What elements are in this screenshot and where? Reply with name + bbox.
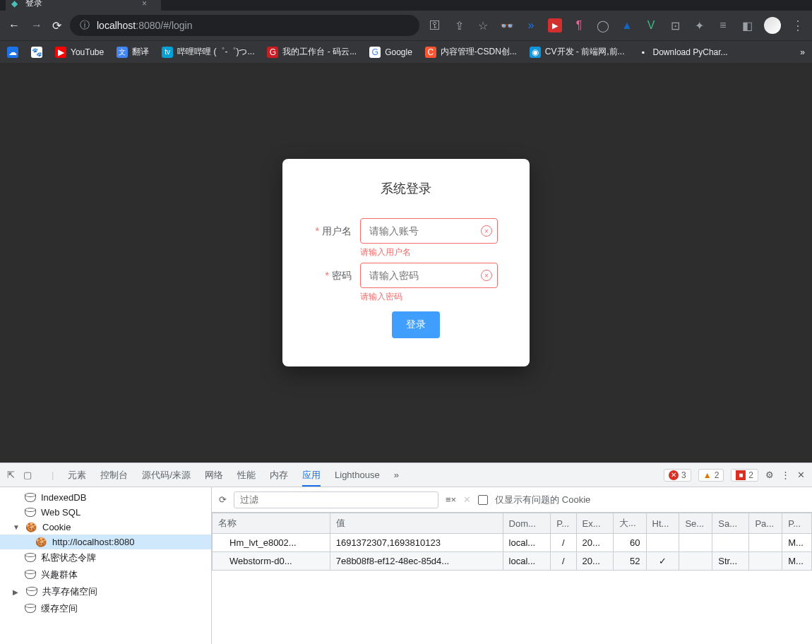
th-same[interactable]: Sa... (712, 513, 749, 534)
close-icon[interactable]: × (142, 0, 147, 8)
url-bar[interactable]: ⓘ localhost:8080/#/login (70, 15, 419, 36)
only-issues-checkbox[interactable] (478, 495, 488, 505)
browser-tab[interactable]: ◆ 登录 × (6, 0, 161, 11)
ext-icon-8[interactable]: ⊡ (668, 18, 682, 32)
ext-icon-7[interactable]: V (644, 18, 658, 32)
tab-lighthouse[interactable]: Lighthouse (335, 465, 380, 485)
bookmark-item[interactable]: ◉CV开发 - 前端网,前... (530, 46, 625, 58)
key-icon[interactable]: ⚿ (428, 18, 442, 32)
cookie-toolbar: ⟳ ≡× ✕ 仅显示有问题的 Cookie (212, 487, 812, 513)
close-icon[interactable]: ✕ (797, 470, 805, 480)
bookmark-item[interactable]: tv哔哩哔哩 (゜-゜)つ... (162, 46, 254, 58)
tab-console[interactable]: 控制台 (100, 464, 128, 487)
th-http[interactable]: Ht... (646, 513, 679, 534)
error-badge[interactable]: ✕3 (664, 469, 691, 482)
login-button[interactable]: 登录 (392, 311, 440, 338)
sidebar-item-cookie[interactable]: ▼🍪Cookie (0, 520, 211, 535)
tab-performance[interactable]: 性能 (237, 464, 256, 487)
tab-network[interactable]: 网络 (205, 464, 223, 487)
th-secure[interactable]: Se... (679, 513, 712, 534)
username-error: 请输入用户名 (360, 246, 508, 258)
menu-icon[interactable]: ⋮ (791, 18, 805, 32)
ext-icon-10[interactable]: ◧ (740, 18, 754, 32)
th-part[interactable]: Pa... (749, 513, 782, 534)
sidebar-item-private[interactable]: 私密状态令牌 (0, 549, 211, 566)
ext-icon-1[interactable]: 👓 (500, 18, 514, 32)
sidebar-item-cache[interactable]: 缓存空间 (0, 600, 211, 617)
th-size[interactable]: 大... (613, 513, 646, 534)
site-info-icon[interactable]: ⓘ (80, 19, 90, 32)
profile-avatar[interactable] (764, 17, 781, 34)
table-row[interactable]: Webstorm-d0...7e8b08f8-ef12-48ec-85d4...… (213, 552, 812, 571)
bookmark-item[interactable]: 文翻译 (117, 46, 149, 58)
bookmark-item[interactable]: C内容管理-CSDN创... (425, 46, 517, 58)
chevron-right-icon: ▶ (13, 588, 20, 596)
ext-icon-5[interactable]: ◯ (596, 18, 610, 32)
table-row[interactable]: Hm_lvt_e8002...1691372307,1693810123loca… (213, 534, 812, 552)
sidebar-item-interest[interactable]: 兴趣群体 (0, 566, 211, 583)
sidebar-item-websql[interactable]: Web SQL (0, 505, 211, 520)
password-error: 请输入密码 (360, 291, 508, 303)
forward-button[interactable]: → (30, 19, 44, 32)
warning-badge[interactable]: ▲2 (698, 469, 724, 482)
reload-button[interactable]: ⟳ (52, 19, 61, 32)
clear-icon[interactable]: × (481, 225, 492, 237)
page-content: 系统登录 *用户名 × 请输入用户名 *密码 × (0, 63, 812, 463)
bookmark-item[interactable]: ▶YouTube (55, 47, 104, 58)
th-path[interactable]: P... (551, 513, 576, 534)
more-icon[interactable]: ⋮ (781, 470, 790, 480)
tab-elements[interactable]: 元素 (68, 464, 86, 487)
database-icon (24, 553, 35, 563)
database-icon (24, 604, 35, 614)
browser-tabs: ◆ 登录 × (0, 0, 812, 11)
device-icon[interactable]: ▢ (23, 470, 32, 480)
clear-icon[interactable]: × (481, 270, 492, 281)
gear-icon[interactable]: ⚙ (765, 470, 774, 480)
th-prio[interactable]: P... (782, 513, 812, 534)
only-issues-label: 仅显示有问题的 Cookie (495, 494, 590, 506)
bookmark-item[interactable]: GGoogle (369, 47, 412, 58)
ext-icon-2[interactable]: » (524, 18, 538, 32)
username-input[interactable] (360, 218, 498, 244)
tab-memory[interactable]: 内存 (270, 464, 288, 487)
clear-filter-icon[interactable]: ≡× (446, 494, 456, 505)
sidebar-item-shared[interactable]: ▶共享存储空间 (0, 583, 211, 600)
sidebar-item-indexeddb[interactable]: IndexedDB (0, 490, 211, 505)
database-icon (24, 508, 35, 518)
table-header-row: 名称 值 Dom... P... Ex... 大... Ht... Se... … (213, 513, 812, 534)
filter-input[interactable] (234, 491, 438, 508)
bookmark-item[interactable]: 🐾 (31, 47, 42, 58)
refresh-icon[interactable]: ⟳ (219, 494, 227, 505)
back-button[interactable]: ← (7, 19, 21, 32)
issue-badge[interactable]: ■2 (731, 469, 758, 482)
extensions-icon[interactable]: ✦ (692, 18, 706, 32)
username-label: *用户名 (304, 218, 360, 244)
th-value[interactable]: 值 (330, 513, 503, 534)
password-input[interactable] (360, 263, 498, 288)
bookmark-item[interactable]: G我的工作台 - 码云... (267, 46, 357, 58)
chevron-down-icon: ▼ (13, 523, 20, 531)
password-label: *密码 (304, 263, 360, 288)
tab-sources[interactable]: 源代码/来源 (142, 464, 191, 487)
bookmark-item[interactable]: ▪Download PyChar... (638, 47, 728, 58)
ext-icon-3[interactable]: ▶ (548, 18, 562, 32)
devtools-sidebar: IndexedDB Web SQL ▼🍪Cookie 🍪http://local… (0, 487, 212, 644)
th-domain[interactable]: Dom... (503, 513, 551, 534)
tab-application[interactable]: 应用 (302, 464, 321, 487)
cookie-icon: 🍪 (25, 522, 37, 532)
tab-favicon: ◆ (11, 0, 21, 8)
bookmarks-overflow[interactable]: » (800, 47, 805, 57)
ext-icon-9[interactable]: ≡ (716, 18, 730, 32)
inspect-icon[interactable]: ⇱ (7, 470, 15, 480)
share-icon[interactable]: ⇪ (452, 18, 466, 32)
devtools-main: ⟳ ≡× ✕ 仅显示有问题的 Cookie 名称 值 Dom... P... E… (212, 487, 812, 644)
th-name[interactable]: 名称 (213, 513, 330, 534)
star-icon[interactable]: ☆ (476, 18, 490, 32)
ext-icon-6[interactable]: ▲ (620, 18, 634, 32)
bookmark-item[interactable]: ☁ (7, 47, 18, 58)
sidebar-item-cookie-host[interactable]: 🍪http://localhost:8080 (0, 535, 211, 549)
tabs-overflow[interactable]: » (394, 470, 399, 480)
ext-icon-4[interactable]: ¶ (572, 18, 586, 32)
th-expires[interactable]: Ex... (576, 513, 613, 534)
delete-icon[interactable]: ✕ (463, 494, 471, 505)
